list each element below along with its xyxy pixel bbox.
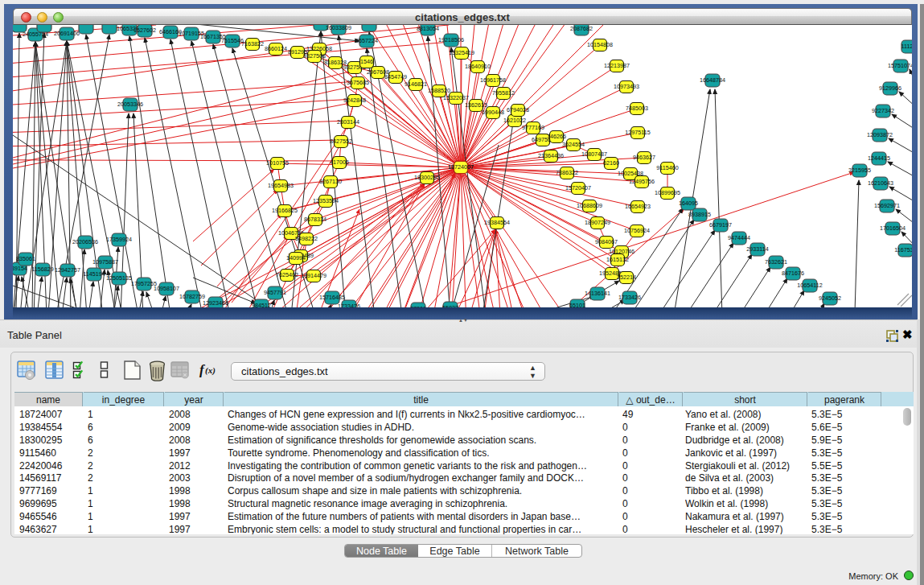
svg-text:1010755: 1010755 [266, 159, 289, 167]
svg-text:1615132: 1615132 [606, 256, 629, 263]
svg-text:7955812: 7955812 [492, 89, 515, 97]
svg-text:7386322: 7386322 [556, 169, 578, 176]
svg-text:1156829: 1156829 [31, 266, 53, 273]
svg-text:10958107: 10958107 [154, 285, 179, 292]
svg-text:3624554: 3624554 [562, 141, 585, 148]
svg-text:11123: 11123 [901, 43, 912, 50]
svg-text:7485003: 7485003 [626, 105, 648, 112]
svg-text:7632621: 7632621 [765, 258, 787, 266]
svg-text:19384554: 19384554 [484, 219, 510, 226]
svg-text:1145194: 1145194 [83, 270, 105, 278]
svg-text:17016504: 17016504 [880, 225, 906, 232]
svg-text:10688609: 10688609 [577, 202, 602, 209]
svg-text:(x): (x) [205, 365, 216, 376]
svg-text:6679197: 6679197 [709, 221, 732, 229]
svg-text:417006: 417006 [330, 159, 349, 166]
svg-text:9146821: 9146821 [405, 80, 427, 88]
svg-text:10756924: 10756924 [624, 227, 650, 234]
svg-text:1244415: 1244415 [868, 154, 890, 162]
svg-text:12975115: 12975115 [625, 129, 650, 136]
svg-text:9474444: 9474444 [728, 234, 750, 241]
svg-text:15322037: 15322037 [443, 94, 469, 101]
svg-text:1527602: 1527602 [133, 27, 156, 34]
svg-text:16782759: 16782759 [179, 293, 205, 300]
svg-text:16033809: 16033809 [326, 25, 351, 31]
svg-text:10975887: 10975887 [92, 258, 118, 266]
svg-text:3215955: 3215955 [848, 167, 871, 174]
svg-text:8660124: 8660124 [265, 45, 287, 52]
svg-text:8267130: 8267130 [319, 178, 342, 185]
svg-text:252214: 252214 [617, 274, 636, 281]
svg-text:10973493: 10973493 [614, 83, 639, 90]
svg-text:18907249: 18907249 [585, 219, 610, 226]
svg-text:2087682: 2087682 [570, 25, 593, 32]
svg-text:8454749: 8454749 [384, 73, 407, 80]
svg-text:1733426: 1733426 [618, 294, 641, 301]
svg-text:8471676: 8471676 [782, 270, 804, 277]
svg-text:9777169: 9777169 [522, 124, 544, 131]
svg-text:13325419: 13325419 [449, 49, 474, 56]
svg-text:18300295: 18300295 [414, 174, 440, 181]
svg-text:9327508: 9327508 [303, 52, 326, 60]
svg-text:8427552: 8427552 [330, 138, 352, 145]
svg-text:9115460: 9115460 [656, 164, 678, 171]
svg-text:15720407: 15720407 [565, 184, 591, 192]
svg-text:16961758: 16961758 [480, 76, 506, 84]
svg-text:16654923: 16654923 [625, 203, 651, 210]
svg-text:10899695: 10899695 [655, 189, 680, 196]
svg-text:10654112: 10654112 [797, 282, 822, 289]
svg-text:3675685: 3675685 [347, 79, 369, 86]
svg-text:835061: 835061 [16, 255, 35, 262]
svg-text:9457791: 9457791 [264, 289, 286, 296]
svg-text:9129966: 9129966 [879, 84, 901, 92]
svg-text:12942757: 12942757 [55, 266, 80, 274]
svg-text:15692971: 15692971 [874, 202, 900, 209]
svg-text:1588520: 1588520 [428, 87, 450, 94]
svg-text:16210643: 16210643 [868, 179, 893, 187]
svg-text:10154808: 10154808 [587, 41, 613, 48]
svg-text:2933114: 2933114 [746, 245, 768, 253]
svg-text:6794028: 6794028 [507, 106, 529, 113]
svg-text:12923466: 12923466 [203, 299, 228, 307]
svg-text:15751074: 15751074 [888, 62, 912, 69]
svg-text:7163822: 7163822 [241, 40, 264, 47]
svg-text:6990448: 6990448 [482, 109, 504, 116]
svg-text:10807487: 10807487 [581, 150, 607, 158]
svg-text:12353594: 12353594 [313, 197, 339, 204]
svg-text:1621022: 1621022 [503, 117, 526, 124]
svg-text:20053346: 20053346 [117, 101, 143, 108]
svg-text:164095: 164095 [679, 200, 698, 207]
svg-text:5498222: 5498222 [295, 235, 318, 242]
svg-text:7625402: 7625402 [276, 271, 298, 278]
svg-text:12093872: 12093872 [867, 131, 893, 138]
svg-text:15716485: 15716485 [319, 294, 345, 301]
svg-text:1167534: 1167534 [894, 246, 912, 253]
svg-text:14136141: 14136141 [585, 290, 610, 297]
svg-text:140994: 140994 [286, 254, 306, 262]
svg-text:19218506: 19218506 [438, 36, 464, 43]
svg-text:12495756: 12495756 [629, 178, 655, 185]
svg-text:746266: 746266 [547, 133, 566, 140]
svg-text:21364436: 21364436 [538, 152, 564, 159]
svg-text:16914479: 16914479 [301, 272, 326, 279]
svg-text:1546: 1546 [360, 58, 373, 65]
svg-text:1362615: 1362615 [465, 101, 487, 109]
svg-text:8813054: 8813054 [417, 25, 439, 32]
svg-text:8938915: 8938915 [688, 211, 711, 218]
svg-text:9245052: 9245052 [819, 295, 841, 302]
svg-text:20691406: 20691406 [54, 30, 80, 37]
svg-text:17359924: 17359924 [106, 236, 132, 243]
svg-text:7515546: 7515546 [221, 37, 244, 44]
svg-text:9227342: 9227342 [872, 107, 894, 114]
svg-text:16648784: 16648784 [700, 76, 725, 84]
svg-text:984512: 984512 [252, 302, 271, 307]
svg-text:20206536: 20206536 [72, 238, 98, 245]
svg-text:3557224: 3557224 [355, 37, 378, 44]
svg-text:2803144: 2803144 [337, 118, 359, 126]
svg-text:18724007: 18724007 [448, 163, 474, 171]
svg-text:9242848: 9242848 [343, 97, 366, 104]
svg-text:19166825: 19166825 [272, 207, 298, 214]
svg-text:9463627: 9463627 [633, 154, 655, 161]
svg-text:12213987: 12213987 [604, 62, 630, 69]
svg-text:65101: 65101 [569, 302, 585, 307]
